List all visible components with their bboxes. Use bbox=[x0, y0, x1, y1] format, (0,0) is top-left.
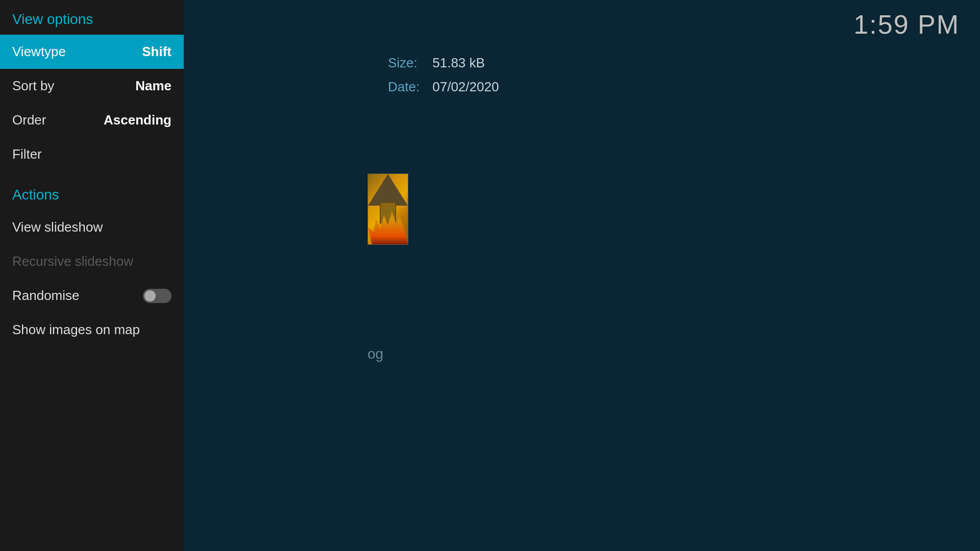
bottom-label: og bbox=[368, 346, 383, 362]
main-content: 1:59 PM Size: 51.83 kB Date: 07/02/2020 … bbox=[184, 0, 980, 551]
sidebar-item-viewtype[interactable]: Viewtype Shift bbox=[0, 35, 184, 69]
sort-by-value: Name bbox=[135, 78, 172, 94]
actions-header: Actions bbox=[0, 176, 184, 210]
order-value: Ascending bbox=[104, 112, 172, 128]
sidebar-item-show-images-on-map[interactable]: Show images on map bbox=[0, 313, 184, 347]
size-label: Size: bbox=[388, 51, 429, 75]
size-value: 51.83 kB bbox=[432, 55, 485, 70]
order-label: Order bbox=[12, 112, 46, 128]
sidebar-item-filter[interactable]: Filter bbox=[0, 137, 184, 171]
date-value: 07/02/2020 bbox=[432, 79, 499, 94]
show-images-label: Show images on map bbox=[12, 322, 140, 338]
toggle-knob bbox=[144, 290, 156, 302]
filter-label: Filter bbox=[12, 146, 42, 162]
file-date-row: Date: 07/02/2020 bbox=[388, 75, 499, 99]
date-label: Date: bbox=[388, 75, 429, 99]
sort-by-label: Sort by bbox=[12, 78, 54, 94]
sidebar-panel: View options Viewtype Shift Sort by Name… bbox=[0, 0, 184, 551]
file-info-panel: Size: 51.83 kB Date: 07/02/2020 bbox=[388, 51, 499, 99]
sidebar-item-view-slideshow[interactable]: View slideshow bbox=[0, 210, 184, 244]
image-thumbnail bbox=[368, 173, 408, 245]
viewtype-value: Shift bbox=[142, 44, 172, 60]
sidebar-item-sort-by[interactable]: Sort by Name bbox=[0, 69, 184, 103]
sidebar-item-recursive-slideshow: Recursive slideshow bbox=[0, 244, 184, 279]
file-size-row: Size: 51.83 kB bbox=[388, 51, 499, 75]
randomise-label: Randomise bbox=[12, 288, 80, 304]
thumbnail-container bbox=[368, 173, 408, 245]
thumbnail-roof bbox=[368, 174, 408, 206]
randomise-toggle[interactable] bbox=[143, 289, 172, 303]
sidebar-item-randomise[interactable]: Randomise bbox=[0, 279, 184, 313]
view-options-header: View options bbox=[0, 0, 184, 35]
viewtype-label: Viewtype bbox=[12, 44, 66, 60]
clock-display: 1:59 PM bbox=[853, 9, 960, 40]
view-slideshow-label: View slideshow bbox=[12, 219, 103, 235]
clock-time: 1:59 PM bbox=[853, 10, 960, 39]
sidebar-item-order[interactable]: Order Ascending bbox=[0, 103, 184, 137]
recursive-slideshow-label: Recursive slideshow bbox=[12, 254, 133, 269]
